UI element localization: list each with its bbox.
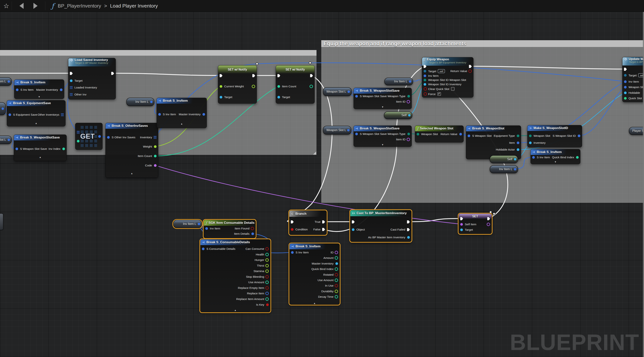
break-weaponslot.out0-pin[interactable] <box>517 135 519 137</box>
set-notify-1.execOut-pin[interactable] <box>252 74 255 77</box>
set-notify-2.in0-pin[interactable] <box>278 85 280 88</box>
collapse-arrow-icon[interactable]: ▲ <box>314 302 316 305</box>
pill-invitem-b[interactable]: Inv Item L <box>384 78 413 85</box>
break-consumabledetails.in0-pin[interactable] <box>202 248 204 250</box>
set-notify-2.out1-pin[interactable] <box>310 85 313 88</box>
set-node.in1-pin[interactable] <box>460 229 463 231</box>
branch[interactable]: BranchTrueConditionFalse <box>289 210 327 235</box>
break-consumabledetails.out4-pin[interactable] <box>265 270 269 273</box>
equip-weapon.in3-pin[interactable] <box>424 83 426 86</box>
update-weapon.in2-pin[interactable] <box>624 86 627 88</box>
get-node.in1-pin[interactable] <box>77 140 80 142</box>
break-invitem-2[interactable]: Break S_InvItemS Inv ItemMaster Inventor… <box>156 98 207 128</box>
break-consumabledetails[interactable]: Break S_ConsumableDetailsS Consumable De… <box>200 239 270 312</box>
pill-invitem-a[interactable]: Inv Item L <box>126 98 154 106</box>
equip-weapon.in4-pin[interactable] <box>424 87 427 91</box>
break-weaponslotsave-left[interactable]: Break S_WeaponSlotSaveS Weapon Slot Save… <box>14 135 67 161</box>
break-consumabledetails.out8-pin[interactable] <box>265 292 269 295</box>
break-weaponslot.out1-pin[interactable] <box>517 141 519 144</box>
collapse-arrow-icon[interactable]: ▼ <box>38 95 40 98</box>
selected-weapon-slot[interactable]: ƒSelected Weapon SlotWeapon SlotReturn V… <box>415 125 464 142</box>
pill-weaponslot-cut-pin[interactable] <box>8 139 10 141</box>
set-node[interactable]: SETSelf ItemTarget <box>458 214 492 234</box>
break-weaponslotsave-2.in0-pin[interactable] <box>355 133 358 135</box>
equip-weapon.in5-pin[interactable] <box>424 92 427 96</box>
set-node.execOut-pin[interactable] <box>487 217 490 220</box>
equip-weapon.in2-pin[interactable] <box>424 79 426 81</box>
branch.execIn-pin[interactable] <box>291 220 294 224</box>
pill-weaponslot-1-pin[interactable] <box>348 91 350 93</box>
set-notify-1[interactable]: SET w/ NotifyCurrent WeightTarget <box>218 65 257 104</box>
break-weaponslotsave-1[interactable]: Break S_WeaponSlotSaveS Weapon Slot Save… <box>354 88 412 109</box>
break-invitem-1.in0-pin[interactable] <box>16 88 18 91</box>
load-saved-inventory.execIn-pin[interactable] <box>70 72 73 75</box>
set-node.execIn-pin[interactable] <box>460 217 463 220</box>
break-equipmentsave[interactable]: Break S_EquipmentSaveS Equipment SaveOth… <box>7 100 66 126</box>
set-notify-1.in0-pin[interactable] <box>220 85 222 88</box>
pill-invitem-c[interactable]: Inv Item L <box>490 165 518 173</box>
set-notify-2.execOut-pin[interactable] <box>310 74 313 77</box>
break-consumabledetails.out5-pin[interactable] <box>265 275 269 279</box>
breadcrumb-root[interactable]: BP_PlayerInventory <box>58 3 101 9</box>
break-weaponslot.out2-pin[interactable] <box>517 148 519 151</box>
break-weaponslotsave-1.in0-pin[interactable] <box>355 95 358 97</box>
make-weaponslotid[interactable]: Make S_WeaponSlotIDWeapon SlotS Weapon S… <box>527 125 582 147</box>
back-arrow-icon[interactable] <box>20 3 24 9</box>
reroute-knot[interactable] <box>490 211 492 213</box>
load-saved-inventory.execOut-pin[interactable] <box>111 72 114 75</box>
cast-to-bp-masteriteminventory.castFailed-pin[interactable] <box>407 228 410 231</box>
break-consumabledetails.out9-pin[interactable] <box>265 297 269 301</box>
equip-weapon.out1-pin[interactable] <box>468 69 472 73</box>
pill-self-2-pin[interactable] <box>514 158 516 161</box>
load-saved-inventory[interactable]: Load Saved InventoryTarget is BP Master … <box>68 58 116 99</box>
collapse-arrow-icon[interactable]: ▼ <box>382 106 384 108</box>
sgk-item-consumable-details[interactable]: ƒSGK Item Consumable DetailsInv ItemItem… <box>204 220 256 238</box>
break-consumabledetails.out3-pin[interactable] <box>265 264 269 267</box>
break-invitem-3.out0-pin[interactable] <box>576 156 579 159</box>
update-weapon.in0-pin[interactable] <box>624 74 627 77</box>
pill-player-cut[interactable]: Player S <box>629 127 644 135</box>
pill-weaponslot-2-pin[interactable] <box>347 129 350 131</box>
break-invitem-2.in0-pin[interactable] <box>158 113 161 116</box>
reroute-knot[interactable] <box>309 62 311 64</box>
pill-invitem-d-pin[interactable] <box>198 223 200 225</box>
break-consumabledetails.out0-pin[interactable] <box>265 247 269 251</box>
pill-invitem-a-pin[interactable] <box>150 101 152 103</box>
break-otherinvsaves.out1-pin[interactable] <box>154 145 156 148</box>
pill-invitem-b-pin[interactable] <box>409 80 411 83</box>
branch.out1-pin[interactable] <box>322 228 325 231</box>
update-weapon.execIn-pin[interactable] <box>624 68 627 71</box>
break-invitem-big.out2-pin[interactable] <box>336 262 338 265</box>
load-saved-inventory.in2-pin[interactable] <box>70 93 73 96</box>
break-invitem-1[interactable]: Break S_InvItemS Inv ItemMaster Inventor… <box>14 79 64 99</box>
cast-to-bp-masteriteminventory.execOut-pin[interactable] <box>407 220 410 224</box>
sgk-item-consumable-details.out0-pin[interactable] <box>250 227 254 230</box>
pill-weaponslot-1[interactable]: Weapon Slot L <box>323 87 352 96</box>
checkbox-unchecked[interactable] <box>451 87 454 91</box>
forward-arrow-icon[interactable] <box>34 3 38 9</box>
break-weaponslot.in0-pin[interactable] <box>468 135 470 137</box>
pill-invitem-cut[interactable]: Inv Item L <box>0 77 12 86</box>
pill-weaponslot-2[interactable]: Weapon Slot L <box>323 126 351 135</box>
break-weaponslotsave-1.out1-pin[interactable] <box>406 100 410 103</box>
equip-weapon.execIn-pin[interactable] <box>424 65 426 68</box>
collapse-arrow-icon[interactable]: ▲ <box>131 172 133 175</box>
cast-to-bp-masteriteminventory.out2-pin[interactable] <box>407 236 410 239</box>
branch.out0-pin[interactable] <box>322 220 325 224</box>
break-otherinvsaves.out3-pin[interactable] <box>154 164 156 167</box>
break-invitem-big.out5-pin[interactable] <box>335 279 338 282</box>
break-otherinvsaves.out2-pin[interactable] <box>154 155 156 157</box>
break-consumabledetails.out1-pin[interactable] <box>265 253 269 256</box>
pill-invitem-cut-pin[interactable] <box>8 80 10 83</box>
break-invitem-big[interactable]: Break S_InvItemS Inv ItemIDAmountMaster … <box>289 243 340 305</box>
set-notify-2[interactable]: SET w/ NotifyItem CountTarget <box>276 65 315 104</box>
break-otherinvsaves.in0-pin[interactable] <box>107 136 110 139</box>
collapse-arrow-icon[interactable]: ▲ <box>35 122 38 124</box>
break-invitem-1.out0-pin[interactable] <box>60 88 62 91</box>
selected-weapon-slot.in0-pin[interactable] <box>416 133 419 135</box>
load-saved-inventory.in0-pin[interactable] <box>70 79 72 82</box>
favorite-star-icon[interactable]: ☆ <box>4 0 9 11</box>
break-invitem-big.out1-pin[interactable] <box>335 256 338 260</box>
reroute-knot[interactable] <box>256 63 258 65</box>
break-invitem-3.in0-pin[interactable] <box>532 156 535 159</box>
